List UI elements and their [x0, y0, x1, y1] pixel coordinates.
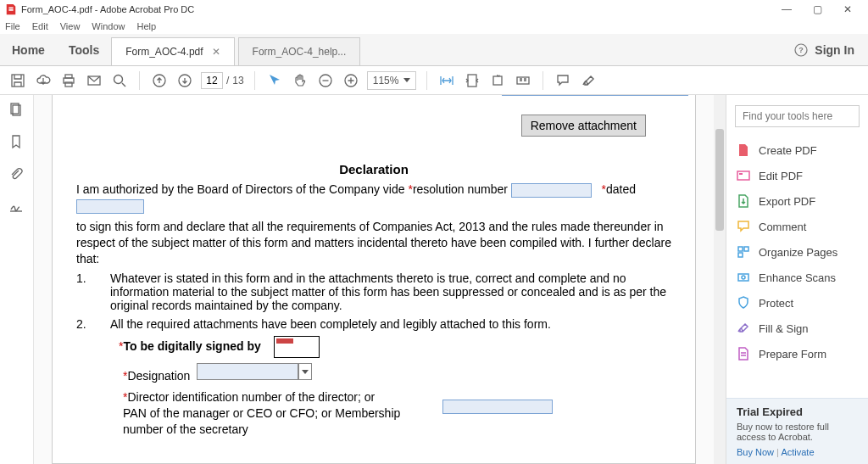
declaration-item2: All the required attachments have been c…: [110, 317, 671, 331]
vertical-scrollbar[interactable]: [714, 95, 726, 464]
acrobat-icon: [5, 3, 17, 15]
svg-rect-14: [517, 77, 529, 84]
search-icon[interactable]: [110, 71, 129, 90]
page-indicator: / 13: [201, 72, 244, 89]
din-line3: number of the secretary: [123, 422, 248, 436]
hand-tool-icon[interactable]: [291, 71, 309, 90]
designation-label: Designation: [127, 369, 190, 383]
tool-label: Enhance Scans: [759, 271, 836, 284]
maximize-button[interactable]: ▢: [802, 3, 832, 15]
enhance-icon: [737, 271, 750, 284]
svg-rect-21: [738, 253, 743, 257]
tool-label: Comment: [759, 221, 806, 233]
tool-protect[interactable]: Protect: [726, 290, 868, 316]
menu-edit[interactable]: Edit: [32, 21, 48, 31]
thumbnails-icon[interactable]: [8, 102, 25, 119]
comment-tool-icon[interactable]: [554, 71, 572, 90]
rotate-icon[interactable]: [488, 71, 507, 90]
item-number: 1.: [76, 271, 93, 312]
tool-comment[interactable]: Comment: [726, 214, 868, 239]
buy-now-link[interactable]: Buy Now: [737, 447, 774, 457]
zoom-in-icon[interactable]: [342, 71, 360, 90]
tool-export-pdf[interactable]: Export PDF: [726, 188, 868, 214]
tool-prepare-form[interactable]: Prepare Form: [726, 341, 868, 366]
din-line2: PAN of the manager or CEO or CFO; or Mem…: [123, 406, 400, 420]
trial-text: Buy now to restore full access to Acroba…: [737, 422, 858, 442]
svg-rect-19: [738, 247, 743, 251]
menu-view[interactable]: View: [60, 21, 81, 31]
digital-signature-field[interactable]: [274, 336, 320, 358]
read-mode-icon[interactable]: [514, 71, 532, 90]
declaration-line2: to sign this form and declare that all t…: [76, 219, 671, 267]
declaration-item1: Whatever is stated in this form and in t…: [110, 271, 671, 312]
home-button[interactable]: Home: [0, 34, 57, 65]
fillsign-icon: [737, 321, 750, 335]
mail-icon[interactable]: [85, 71, 103, 90]
window-title-bar: Form_AOC-4.pdf - Adobe Acrobat Pro DC — …: [0, 0, 868, 19]
menu-file[interactable]: File: [5, 21, 20, 31]
activate-link[interactable]: Activate: [781, 447, 814, 457]
menu-help[interactable]: Help: [136, 21, 156, 31]
trial-expired-banner: Trial Expired Buy now to restore full ac…: [726, 398, 868, 464]
select-tool-icon[interactable]: [265, 71, 284, 90]
tab-close-icon[interactable]: ✕: [212, 46, 220, 58]
signed-by-label: To be digitally signed by: [123, 339, 260, 353]
menu-window[interactable]: Window: [92, 21, 125, 31]
svg-rect-2: [12, 75, 24, 87]
fit-width-icon[interactable]: [437, 71, 456, 90]
svg-rect-20: [744, 247, 748, 251]
svg-rect-13: [493, 76, 502, 85]
print-icon[interactable]: [59, 71, 78, 90]
fit-page-icon[interactable]: [463, 71, 481, 90]
svg-point-23: [742, 276, 745, 279]
window-title: Form_AOC-4.pdf - Adobe Acrobat Pro DC: [21, 4, 194, 14]
signatures-icon[interactable]: [8, 198, 25, 215]
scrollbar-thumb[interactable]: [715, 129, 724, 231]
tool-bar: / 13 115%: [0, 66, 868, 95]
designation-select[interactable]: [197, 363, 312, 380]
zoom-out-icon[interactable]: [316, 71, 335, 90]
tool-label: Edit PDF: [759, 170, 803, 182]
sign-tool-icon[interactable]: [579, 71, 598, 90]
document-tab-inactive[interactable]: Form_AOC-4_help...: [238, 37, 361, 65]
bookmarks-icon[interactable]: [8, 134, 25, 151]
resolution-number-field[interactable]: [511, 183, 592, 198]
resolution-date-field[interactable]: [76, 199, 144, 214]
close-button[interactable]: ✕: [832, 3, 863, 15]
save-icon[interactable]: [8, 71, 27, 90]
attachments-icon[interactable]: [8, 166, 25, 183]
pdf-field-top[interactable]: [502, 95, 688, 96]
document-tab-active[interactable]: Form_AOC-4.pdf ✕: [111, 37, 234, 65]
din-pan-field[interactable]: [442, 400, 553, 414]
organize-icon: [737, 245, 750, 259]
page-current-input[interactable]: [201, 72, 223, 89]
sign-in-label: Sign In: [815, 43, 854, 57]
top-bar: Home Tools Form_AOC-4.pdf ✕ Form_AOC-4_h…: [0, 34, 868, 66]
tool-label: Fill & Sign: [759, 322, 809, 335]
svg-text:?: ?: [799, 46, 804, 54]
menu-bar: File Edit View Window Help: [0, 19, 868, 34]
tool-label: Create PDF: [759, 144, 817, 157]
tool-enhance-scans[interactable]: Enhance Scans: [726, 265, 868, 290]
tool-fill-sign[interactable]: Fill & Sign: [726, 316, 868, 341]
zoom-select[interactable]: 115%: [367, 71, 417, 90]
trial-title: Trial Expired: [737, 405, 858, 418]
export-pdf-icon: [737, 194, 750, 208]
svg-rect-18: [739, 173, 743, 175]
sign-in[interactable]: ? Sign In: [781, 34, 868, 65]
zoom-value: 115%: [373, 75, 399, 87]
tools-button[interactable]: Tools: [57, 34, 111, 65]
item-number: 2.: [76, 317, 93, 331]
tab-label: Form_AOC-4_help...: [253, 46, 347, 58]
next-page-icon[interactable]: [175, 71, 194, 90]
tool-create-pdf[interactable]: Create PDF: [726, 137, 868, 163]
remove-attachment-button[interactable]: Remove attachment: [521, 115, 646, 137]
tool-edit-pdf[interactable]: Edit PDF: [726, 163, 868, 188]
document-viewport[interactable]: Remove attachment Declaration I am autho…: [34, 95, 714, 464]
minimize-button[interactable]: —: [771, 3, 802, 15]
cloud-icon[interactable]: [34, 71, 53, 90]
prev-page-icon[interactable]: [150, 71, 169, 90]
declaration-heading: Declaration: [76, 162, 671, 176]
tools-search-input[interactable]: [735, 105, 860, 127]
tool-organize-pages[interactable]: Organize Pages: [726, 239, 868, 265]
